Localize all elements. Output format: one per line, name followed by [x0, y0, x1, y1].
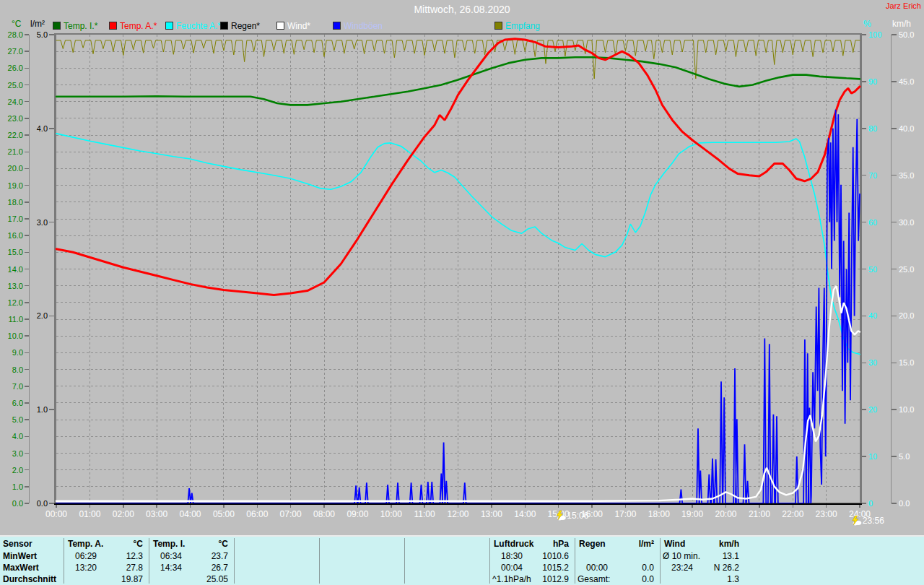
table-column-separator: [149, 538, 149, 584]
table-cell: Sensor: [3, 539, 32, 549]
table-cell: 1.3: [661, 574, 739, 584]
temp-tick-label: 17.0: [8, 214, 23, 223]
wind-tick-label: 40.0: [899, 124, 914, 133]
series-temp_inside: [56, 57, 860, 105]
time-tick-label: 19:00: [681, 509, 703, 519]
temp-tick-label: 0.0: [12, 499, 23, 508]
temp-tick-label: 27.0: [8, 47, 23, 56]
time-tick-label: 09:00: [346, 509, 368, 519]
temp-tick-label: 8.0: [12, 365, 23, 374]
weather-station-window: Mittwoch, 26.08.2020 Jarz Erich °C l/m² …: [0, 0, 924, 585]
temp-tick-label: 23.0: [8, 114, 23, 123]
axis-lines: [30, 33, 892, 503]
table-cell: 26.7: [150, 563, 228, 573]
temp-tick-label: 7.0: [12, 382, 23, 391]
temp-tick-label: 28.0: [8, 30, 23, 39]
time-tick-label: 02:00: [113, 509, 134, 519]
time-tick-label: 08:00: [313, 509, 335, 519]
humidity-tick-label: 100: [868, 30, 881, 39]
wind-tick-label: 35.0: [899, 171, 914, 180]
table-column-separator: [319, 538, 320, 584]
rain-tick-label: 4.0: [37, 124, 48, 133]
table-column-separator: [64, 538, 64, 584]
temp-tick-label: 9.0: [12, 348, 23, 357]
table-column-separator: [234, 538, 235, 584]
temp-tick-label: 3.0: [12, 449, 23, 458]
temp-tick-label: 16.0: [8, 231, 23, 240]
humidity-tick-label: 0: [868, 499, 873, 508]
humidity-tick-label: 50: [868, 265, 877, 274]
table-column-separator: [660, 538, 661, 584]
wind-tick-label: 5.0: [899, 452, 910, 461]
rain-tick-label: 5.0: [37, 30, 48, 39]
rain-tick-label: 1.0: [37, 405, 48, 414]
wind-tick-label: 25.0: [899, 265, 914, 274]
table-cell: °C: [150, 539, 228, 549]
temp-tick-label: 5.0: [12, 415, 23, 424]
time-tick-label: 01:00: [79, 509, 100, 519]
humidity-tick-label: 70: [868, 171, 877, 180]
temp-tick-label: 1.0: [12, 482, 23, 491]
table-cell: 1012.9: [491, 574, 569, 584]
table-cell: 19.87: [65, 574, 143, 584]
summary-table: SensorMinWertMaxWertDurchschnittTemp. A.…: [0, 535, 924, 585]
time-tick-label: 05:00: [213, 509, 235, 519]
time-tick-label: 13:00: [481, 509, 502, 519]
wind-tick-label: 10.0: [899, 405, 914, 414]
rain-tick-label: 3.0: [37, 218, 48, 227]
rain-tick-label: 0.0: [37, 499, 48, 508]
table-column-separator: [404, 538, 405, 584]
temp-tick-label: 15.0: [8, 248, 23, 256]
time-tick-label: 14:00: [514, 509, 536, 519]
wind-tick-label: 0.0: [899, 499, 910, 508]
humidity-tick-label: 40: [868, 311, 877, 320]
temp-tick-label: 14.0: [8, 265, 23, 274]
wind-tick-label: 15.0: [899, 358, 914, 367]
humidity-tick-label: 80: [868, 124, 877, 133]
time-tick-label: 23:00: [816, 509, 837, 519]
series-gusts: [56, 110, 860, 503]
temp-tick-label: 19.0: [8, 181, 23, 190]
wind-tick-label: 20.0: [899, 311, 914, 320]
temp-tick-label: 4.0: [12, 432, 23, 441]
wind-tick-label: 45.0: [899, 77, 914, 86]
table-cell: 23.7: [150, 551, 228, 561]
humidity-tick-label: 20: [868, 405, 877, 414]
time-tick-label: 07:00: [280, 509, 302, 519]
time-tick-label: 04:00: [179, 509, 201, 519]
humidity-tick-label: 90: [868, 77, 877, 86]
table-cell: km/h: [661, 539, 739, 549]
temp-tick-label: 18.0: [8, 198, 23, 207]
wind-tick-label: 30.0: [899, 218, 914, 227]
temp-tick-label: 22.0: [8, 131, 23, 139]
table-column-separator: [489, 538, 490, 584]
chart-plot: 0.01.02.03.04.05.06.07.08.09.010.011.012…: [0, 0, 924, 534]
temp-tick-label: 25.0: [8, 81, 23, 90]
time-tick-label: 11:00: [414, 509, 435, 519]
humidity-tick-label: 60: [868, 218, 877, 227]
table-cell: 1015.2: [491, 563, 569, 573]
time-tick-label: 17:00: [614, 509, 636, 519]
time-tick-label: 20:00: [715, 509, 736, 519]
table-cell: °C: [65, 539, 143, 549]
table-cell: 27.8: [65, 563, 143, 573]
temp-tick-label: 2.0: [12, 466, 23, 474]
table-cell: N 26.2: [661, 563, 739, 573]
time-tick-label: 03:00: [146, 509, 167, 519]
table-cell: 1010.6: [491, 551, 569, 561]
table-cell: l/m²: [576, 539, 654, 549]
time-tick-label: 10:00: [380, 509, 402, 519]
time-tick-label: 21:00: [749, 509, 770, 519]
humidity-tick-label: 30: [868, 358, 877, 367]
tick-labels: 0.01.02.03.04.05.06.07.08.09.010.011.012…: [8, 30, 915, 519]
temp-tick-label: 24.0: [8, 98, 23, 106]
event-time-label: 15:06: [567, 511, 588, 521]
time-tick-label: 18:00: [648, 509, 670, 519]
temp-tick-label: 11.0: [8, 315, 23, 324]
temp-tick-label: 26.0: [8, 64, 23, 72]
table-cell: MinWert: [3, 551, 37, 561]
wind-tick-label: 50.0: [899, 30, 914, 39]
gridlines: [56, 35, 860, 503]
rain-tick-label: 2.0: [37, 311, 48, 320]
table-column-separator: [575, 538, 575, 584]
